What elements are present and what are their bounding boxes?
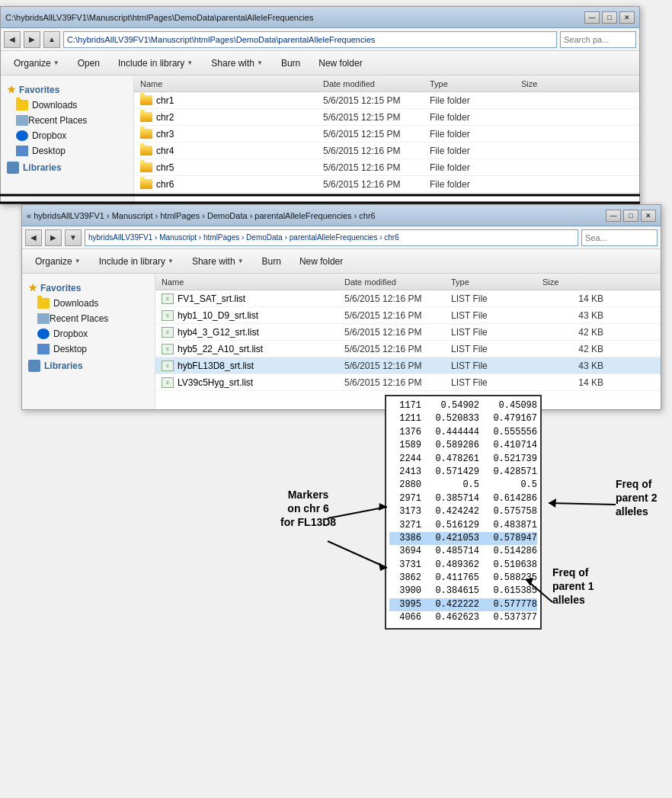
file-row[interactable]: ≡ hyb4_3_G12_srt.list 5/6/2015 12:16 PM … (155, 324, 661, 341)
sidebar-1: ★ Favorites Downloads Recent Places Drop… (1, 75, 134, 204)
include-library-button-1[interactable]: Include in library ▼ (111, 53, 200, 73)
back-button-2[interactable]: ◀ (25, 229, 42, 246)
libraries-icon-1 (7, 162, 19, 174)
address-bar-1: ◀ ▶ ▲ (1, 28, 639, 51)
star-icon-2: ★ (28, 282, 37, 293)
sidebar-item-desktop-1[interactable]: Desktop (1, 143, 133, 159)
freq1-annotation: Freq of parent 1 alleles (552, 566, 594, 607)
col-header-type-2[interactable]: Type (451, 277, 542, 287)
include-library-arrow-2: ▼ (168, 258, 174, 264)
data-table-row: 3173 0.424242 0.575758 (389, 505, 537, 518)
sidebar-item-dropbox-2[interactable]: Dropbox (22, 326, 155, 341)
forward-button-2[interactable]: ▶ (45, 229, 62, 246)
file-row[interactable]: ≡ hybFL13D8_srt.list 5/6/2015 12:16 PM L… (155, 357, 661, 374)
libraries-icon-2 (28, 360, 40, 372)
window2-title: « hybridsAllLV39FV1 › Manuscript › htmlP… (27, 211, 606, 220)
search-input-1[interactable] (560, 31, 636, 48)
sidebar-item-downloads-2[interactable]: Downloads (22, 296, 155, 311)
window1-title: C:\hybridsAllLV39FV1\Manuscript\htmlPage… (5, 13, 584, 22)
data-table-row: 2880 0.5 0.5 (389, 479, 537, 492)
col-header-size-2[interactable]: Size (542, 277, 603, 287)
file-rows-2: ≡ FV1_SAT_srt.list 5/6/2015 12:16 PM LIS… (155, 290, 661, 391)
toolbar-1: Organize ▼ Open Include in library ▼ Sha… (1, 51, 639, 75)
minimize-button-2[interactable]: — (606, 210, 621, 222)
list-file-icon: ≡ (162, 361, 174, 371)
new-folder-button-2[interactable]: New folder (293, 252, 350, 271)
data-table-row: 1211 0.520833 0.479167 (389, 412, 537, 425)
burn-button-2[interactable]: Burn (255, 252, 288, 271)
favorites-header-1[interactable]: ★ Favorites (1, 82, 133, 98)
sidebar-item-downloads-1[interactable]: Downloads (1, 98, 133, 113)
close-button-2[interactable]: ✕ (641, 210, 656, 222)
toolbar-2: Organize ▼ Include in library ▼ Share wi… (22, 249, 661, 274)
dropbox-icon-1 (16, 130, 28, 141)
sidebar-item-dropbox-1[interactable]: Dropbox (1, 128, 133, 143)
data-table-row: 1589 0.589286 0.410714 (389, 439, 537, 452)
explorer-layout-2: ★ Favorites Downloads Recent Places Drop… (22, 274, 661, 409)
col-header-name-1[interactable]: Name (140, 79, 323, 88)
star-icon-1: ★ (7, 84, 16, 95)
minimize-button-1[interactable]: — (584, 11, 600, 24)
data-table-row: 4066 0.462623 0.537377 (389, 611, 537, 624)
desktop-icon-1 (16, 146, 28, 156)
favorites-header-2[interactable]: ★ Favorites (22, 280, 155, 296)
file-row[interactable]: chr3 5/6/2015 12:15 PM File folder (134, 126, 639, 143)
sidebar-libraries-1[interactable]: Libraries (1, 159, 133, 177)
share-with-button-2[interactable]: Share with ▼ (185, 252, 251, 271)
svg-line-0 (328, 507, 387, 518)
search-input-2[interactable] (581, 229, 658, 246)
data-table-row: 3694 0.485714 0.514286 (389, 545, 537, 558)
sidebar-libraries-2[interactable]: Libraries (22, 357, 155, 375)
forward-button-1[interactable]: ▶ (24, 31, 40, 48)
title-bar-1: C:\hybridsAllLV39FV1\Manuscript\htmlPage… (1, 7, 639, 28)
desktop-icon-2 (37, 344, 50, 354)
burn-button-1[interactable]: Burn (274, 53, 307, 73)
address-input-1[interactable] (63, 31, 557, 48)
open-button-1[interactable]: Open (71, 53, 107, 73)
sidebar-item-recent-2[interactable]: Recent Places (22, 311, 155, 326)
file-row[interactable]: chr5 5/6/2015 12:16 PM File folder (134, 159, 639, 176)
data-table-row: 3862 0.411765 0.588235 (389, 572, 537, 585)
file-row[interactable]: chr6 5/6/2015 12:16 PM File folder (134, 176, 639, 193)
col-header-size-1[interactable]: Size (521, 79, 582, 88)
data-table-row: 3386 0.421053 0.578947 (389, 532, 537, 545)
downloads-folder-icon-1 (16, 100, 28, 111)
file-row[interactable]: ≡ FV1_SAT_srt.list 5/6/2015 12:16 PM LIS… (155, 290, 661, 307)
file-row[interactable]: chr4 5/6/2015 12:16 PM File folder (134, 143, 639, 159)
list-file-icon: ≡ (162, 377, 174, 388)
organize-button-1[interactable]: Organize ▼ (7, 53, 66, 73)
up-button-1[interactable]: ▲ (43, 31, 60, 48)
col-header-type-1[interactable]: Type (430, 79, 521, 88)
include-library-button-2[interactable]: Include in library ▼ (92, 252, 181, 271)
back-button-1[interactable]: ◀ (4, 31, 21, 48)
address-input-2[interactable] (85, 229, 578, 246)
file-row[interactable]: ≡ hyb5_22_A10_srt.list 5/6/2015 12:16 PM… (155, 341, 661, 357)
svg-line-2 (328, 541, 387, 568)
file-row[interactable]: chr2 5/6/2015 12:15 PM File folder (134, 109, 639, 126)
maximize-button-2[interactable]: □ (623, 210, 638, 222)
recent-button-2[interactable]: ▼ (65, 229, 82, 246)
col-header-date-2[interactable]: Date modified (344, 277, 451, 287)
svg-line-4 (549, 503, 616, 505)
close-button-1[interactable]: ✕ (619, 11, 635, 24)
file-row[interactable]: ≡ hyb1_10_D9_srt.list 5/6/2015 12:16 PM … (155, 307, 661, 324)
list-file-icon: ≡ (162, 293, 174, 304)
maximize-button-1[interactable]: □ (602, 11, 617, 24)
sidebar-item-recent-1[interactable]: Recent Places (1, 113, 133, 128)
data-table-inner: 1171 0.54902 0.45098 1211 0.520833 0.479… (386, 396, 540, 628)
markers-annotation: Markers on chr 6 for FL13D8 (280, 488, 336, 530)
sidebar-item-desktop-2[interactable]: Desktop (22, 341, 155, 357)
data-table-row: 2413 0.571429 0.428571 (389, 466, 537, 479)
col-header-date-1[interactable]: Date modified (323, 79, 430, 88)
downloads-folder-icon-2 (37, 298, 50, 309)
list-file-icon: ≡ (162, 344, 174, 354)
share-with-arrow-2: ▼ (238, 258, 244, 264)
file-row[interactable]: ≡ LV39c5Hyg_srt.list 5/6/2015 12:16 PM L… (155, 374, 661, 391)
organize-arrow-1: ▼ (53, 59, 59, 66)
organize-button-2[interactable]: Organize ▼ (28, 252, 88, 271)
share-with-button-1[interactable]: Share with ▼ (204, 53, 270, 73)
col-header-name-2[interactable]: Name (162, 277, 344, 287)
new-folder-button-1[interactable]: New folder (312, 53, 369, 73)
file-row[interactable]: chr1 5/6/2015 12:15 PM File folder (134, 92, 639, 109)
dropbox-icon-2 (37, 328, 50, 339)
